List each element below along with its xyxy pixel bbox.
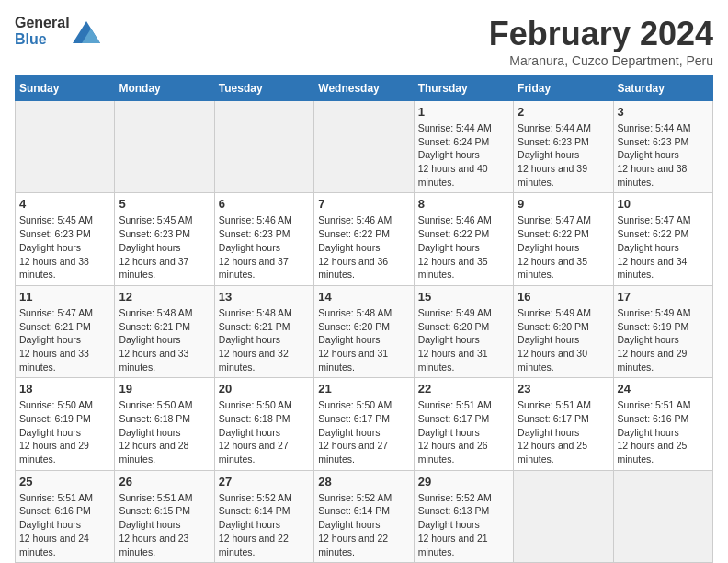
sunrise-label: Sunrise: 5:52 AM: [418, 492, 492, 503]
sunrise-label: Sunrise: 5:52 AM: [318, 492, 392, 503]
sunset-label: Sunset: 6:17 PM: [318, 413, 390, 424]
day-details: Sunrise: 5:45 AM Sunset: 6:23 PM Dayligh…: [119, 213, 210, 281]
sunrise-label: Sunrise: 5:47 AM: [19, 307, 93, 318]
sunrise-label: Sunrise: 5:47 AM: [618, 214, 691, 225]
day-number: 20: [219, 382, 310, 396]
day-number: 2: [518, 105, 609, 119]
calendar-cell: 8 Sunrise: 5:46 AM Sunset: 6:22 PM Dayli…: [414, 193, 513, 285]
calendar-cell: 13 Sunrise: 5:48 AM Sunset: 6:21 PM Dayl…: [214, 285, 313, 377]
calendar-cell: 6 Sunrise: 5:46 AM Sunset: 6:23 PM Dayli…: [214, 193, 313, 285]
sunrise-label: Sunrise: 5:51 AM: [418, 399, 492, 410]
daylight-duration: 12 hours and 35 minutes.: [418, 256, 488, 281]
main-title: February 2024: [489, 15, 713, 53]
calendar-week-row: 11 Sunrise: 5:47 AM Sunset: 6:21 PM Dayl…: [16, 285, 713, 377]
sunset-label: Sunset: 6:15 PM: [119, 505, 190, 516]
day-number: 14: [318, 290, 409, 304]
sunset-label: Sunset: 6:17 PM: [518, 413, 589, 424]
day-details: Sunrise: 5:49 AM Sunset: 6:20 PM Dayligh…: [418, 306, 509, 373]
daylight-duration: 12 hours and 40 minutes.: [418, 163, 488, 188]
calendar-cell: [214, 101, 313, 193]
day-details: Sunrise: 5:44 AM Sunset: 6:24 PM Dayligh…: [418, 121, 509, 189]
sunset-label: Sunset: 6:20 PM: [418, 321, 490, 332]
calendar-cell: 27 Sunrise: 5:52 AM Sunset: 6:14 PM Dayl…: [214, 470, 313, 562]
daylight-duration: 12 hours and 29 minutes.: [19, 440, 89, 465]
logo-blue: Blue: [15, 31, 70, 48]
day-details: Sunrise: 5:49 AM Sunset: 6:20 PM Dayligh…: [518, 306, 609, 373]
daylight-duration: 12 hours and 25 minutes.: [518, 440, 587, 465]
sunrise-label: Sunrise: 5:46 AM: [318, 214, 392, 225]
calendar-cell: 15 Sunrise: 5:49 AM Sunset: 6:20 PM Dayl…: [414, 285, 513, 377]
daylight-label: Daylight hours: [219, 519, 280, 530]
day-details: Sunrise: 5:51 AM Sunset: 6:16 PM Dayligh…: [618, 398, 709, 465]
sunrise-label: Sunrise: 5:46 AM: [418, 214, 492, 225]
sunset-label: Sunset: 6:23 PM: [119, 228, 190, 239]
day-number: 23: [518, 382, 609, 396]
logo: General Blue: [15, 15, 100, 47]
logo-general: General: [15, 15, 70, 31]
sunrise-label: Sunrise: 5:45 AM: [119, 214, 192, 225]
calendar-cell: 17 Sunrise: 5:49 AM Sunset: 6:19 PM Dayl…: [613, 285, 712, 377]
sunset-label: Sunset: 6:18 PM: [119, 413, 190, 424]
daylight-duration: 12 hours and 37 minutes.: [219, 256, 289, 281]
sunrise-label: Sunrise: 5:46 AM: [219, 214, 292, 225]
sunset-label: Sunset: 6:19 PM: [618, 321, 689, 332]
title-section: February 2024 Maranura, Cuzco Department…: [489, 15, 713, 68]
sunset-label: Sunset: 6:14 PM: [318, 505, 390, 516]
calendar-cell: 9 Sunrise: 5:47 AM Sunset: 6:22 PM Dayli…: [514, 193, 613, 285]
sunset-label: Sunset: 6:23 PM: [19, 228, 91, 239]
day-details: Sunrise: 5:52 AM Sunset: 6:14 PM Dayligh…: [318, 491, 409, 558]
subtitle: Maranura, Cuzco Department, Peru: [489, 53, 713, 68]
day-number: 15: [418, 290, 509, 304]
sunrise-label: Sunrise: 5:48 AM: [219, 307, 292, 318]
sunset-label: Sunset: 6:21 PM: [19, 321, 91, 332]
daylight-label: Daylight hours: [19, 427, 81, 438]
day-number: 4: [19, 197, 110, 211]
day-details: Sunrise: 5:50 AM Sunset: 6:17 PM Dayligh…: [318, 398, 409, 465]
daylight-duration: 12 hours and 32 minutes.: [219, 348, 289, 373]
daylight-label: Daylight hours: [418, 242, 480, 253]
page-header: General Blue February 2024 Maranura, Cuz…: [15, 15, 713, 68]
calendar-cell: 1 Sunrise: 5:44 AM Sunset: 6:24 PM Dayli…: [414, 101, 513, 193]
daylight-duration: 12 hours and 37 minutes.: [119, 256, 188, 281]
daylight-label: Daylight hours: [618, 149, 679, 160]
calendar-cell: 12 Sunrise: 5:48 AM Sunset: 6:21 PM Dayl…: [115, 285, 214, 377]
calendar-cell: 25 Sunrise: 5:51 AM Sunset: 6:16 PM Dayl…: [16, 470, 115, 562]
day-number: 27: [219, 475, 310, 488]
daylight-duration: 12 hours and 25 minutes.: [618, 440, 688, 465]
day-number: 17: [618, 290, 709, 304]
day-details: Sunrise: 5:51 AM Sunset: 6:16 PM Dayligh…: [19, 491, 110, 558]
calendar-header-row: SundayMondayTuesdayWednesdayThursdayFrid…: [16, 76, 713, 101]
daylight-duration: 12 hours and 22 minutes.: [219, 533, 289, 557]
sunset-label: Sunset: 6:18 PM: [219, 413, 290, 424]
sunset-label: Sunset: 6:13 PM: [418, 505, 490, 516]
calendar-cell: 22 Sunrise: 5:51 AM Sunset: 6:17 PM Dayl…: [414, 378, 513, 470]
day-number: 18: [19, 382, 110, 396]
daylight-label: Daylight hours: [318, 242, 380, 253]
calendar-cell: 3 Sunrise: 5:44 AM Sunset: 6:23 PM Dayli…: [613, 101, 712, 193]
logo-icon: [73, 21, 100, 43]
calendar-cell: 23 Sunrise: 5:51 AM Sunset: 6:17 PM Dayl…: [514, 378, 613, 470]
daylight-duration: 12 hours and 38 minutes.: [618, 163, 688, 188]
calendar-cell: 24 Sunrise: 5:51 AM Sunset: 6:16 PM Dayl…: [613, 378, 712, 470]
daylight-label: Daylight hours: [19, 334, 81, 345]
daylight-duration: 12 hours and 39 minutes.: [518, 163, 587, 188]
sunset-label: Sunset: 6:20 PM: [318, 321, 390, 332]
sunrise-label: Sunrise: 5:45 AM: [19, 214, 93, 225]
daylight-duration: 12 hours and 35 minutes.: [518, 256, 587, 281]
daylight-label: Daylight hours: [518, 149, 579, 160]
day-details: Sunrise: 5:51 AM Sunset: 6:15 PM Dayligh…: [119, 491, 210, 558]
sunrise-label: Sunrise: 5:44 AM: [618, 122, 691, 133]
daylight-label: Daylight hours: [618, 427, 679, 438]
calendar-cell: 19 Sunrise: 5:50 AM Sunset: 6:18 PM Dayl…: [115, 378, 214, 470]
daylight-label: Daylight hours: [219, 427, 280, 438]
day-number: 19: [119, 382, 210, 396]
day-details: Sunrise: 5:47 AM Sunset: 6:22 PM Dayligh…: [618, 213, 709, 281]
calendar-cell: 16 Sunrise: 5:49 AM Sunset: 6:20 PM Dayl…: [514, 285, 613, 377]
day-of-week-header: Tuesday: [214, 76, 313, 101]
daylight-duration: 12 hours and 34 minutes.: [618, 256, 688, 281]
sunrise-label: Sunrise: 5:50 AM: [119, 399, 192, 410]
day-number: 10: [618, 197, 709, 211]
daylight-duration: 12 hours and 31 minutes.: [418, 348, 488, 373]
daylight-label: Daylight hours: [418, 334, 480, 345]
daylight-label: Daylight hours: [418, 519, 480, 530]
